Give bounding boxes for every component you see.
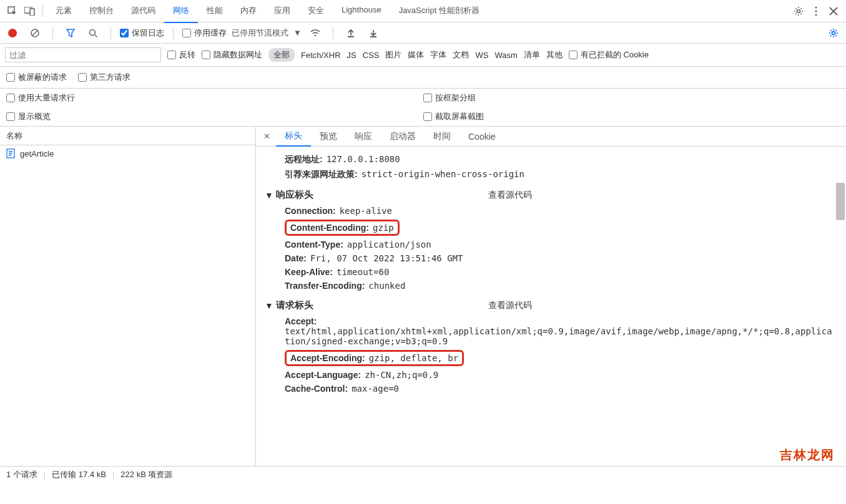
group-by-frame-checkbox[interactable]: 按框架分组 [423, 92, 840, 104]
headers-body[interactable]: 远程地址:127.0.0.1:8080 引荐来源网址政策:strict-orig… [256, 147, 846, 466]
download-icon[interactable] [365, 24, 382, 42]
throttle-select[interactable]: 已停用节流模式 [232, 27, 288, 39]
tab-application[interactable]: 应用 [265, 0, 299, 23]
status-transferred: 已传输 17.4 kB [52, 469, 106, 480]
wifi-icon[interactable] [307, 24, 324, 42]
large-rows-checkbox[interactable]: 使用大量请求行 [6, 92, 423, 104]
filter-icon[interactable] [62, 24, 79, 42]
tab-elements[interactable]: 元素 [47, 0, 81, 23]
network-main: 名称 getArticle ✕ 标头 预览 响应 启动器 时间 Cookie 远… [0, 127, 846, 466]
filter-js[interactable]: JS [347, 51, 357, 60]
request-headers-section[interactable]: ▼请求标头查看源代码 [265, 299, 846, 311]
blocked-requests-checkbox[interactable]: 被屏蔽的请求 [6, 72, 67, 83]
clear-icon[interactable] [26, 24, 44, 42]
separator [173, 27, 174, 39]
filter-doc[interactable]: 文档 [453, 49, 469, 61]
invert-checkbox[interactable]: 反转 [167, 49, 195, 61]
gear-icon[interactable] [790, 2, 807, 20]
filter-manifest[interactable]: 清单 [524, 49, 540, 61]
header-key: Keep-Alive: [285, 267, 333, 277]
third-party-checkbox[interactable]: 第三方请求 [78, 72, 130, 83]
header-key: Accept-Language: [285, 370, 361, 380]
blocked-cookies-checkbox[interactable]: 有已拦截的 Cookie [569, 49, 649, 61]
tab-console[interactable]: 控制台 [81, 0, 122, 23]
tab-performance[interactable]: 性能 [198, 0, 232, 23]
screenshot-checkbox[interactable]: 截取屏幕截图 [423, 111, 840, 122]
scrollbar[interactable] [836, 183, 845, 220]
status-requests: 1 个请求 [6, 469, 37, 480]
filter-img[interactable]: 图片 [385, 49, 401, 61]
svg-point-3 [797, 9, 800, 12]
header-value: chunked [368, 281, 405, 291]
header-value: text/html,application/xhtml+xml,applicat… [285, 326, 834, 346]
referrer-policy-value: strict-origin-when-cross-origin [362, 169, 524, 180]
tab-timing[interactable]: 时间 [425, 127, 460, 146]
separator [111, 27, 111, 39]
separator [333, 27, 333, 39]
tab-cookies[interactable]: Cookie [460, 128, 504, 145]
highlight-box: Accept-Encoding:gzip, deflate, br [285, 350, 464, 366]
filter-media[interactable]: 媒体 [408, 49, 424, 61]
disable-cache-checkbox[interactable]: 停用缓存 [182, 27, 227, 39]
tab-security[interactable]: 安全 [299, 0, 333, 23]
filter-bar: 反转 隐藏数据网址 全部 Fetch/XHR JS CSS 图片 媒体 字体 文… [0, 44, 846, 67]
panel-tabs: 元素 控制台 源代码 网络 性能 内存 应用 安全 Lighthouse Jav… [47, 0, 488, 23]
hide-data-urls-checkbox[interactable]: 隐藏数据网址 [202, 49, 262, 61]
view-source-link[interactable]: 查看源代码 [488, 190, 532, 201]
triangle-down-icon: ▼ [265, 301, 273, 311]
device-toggle-icon[interactable] [21, 2, 39, 20]
header-key: Connection: [285, 206, 336, 216]
watermark: 吉林龙网 [780, 447, 835, 463]
filter-ws[interactable]: WS [475, 51, 488, 60]
filter-all[interactable]: 全部 [268, 48, 295, 62]
header-value: Fri, 07 Oct 2022 13:51:46 GMT [310, 253, 463, 263]
tab-memory[interactable]: 内存 [232, 0, 265, 23]
record-button[interactable] [4, 24, 21, 42]
upload-icon[interactable] [342, 24, 360, 42]
tab-headers[interactable]: 标头 [276, 127, 311, 147]
view-source-link[interactable]: 查看源代码 [488, 300, 532, 311]
close-icon[interactable] [825, 2, 842, 20]
tab-network[interactable]: 网络 [164, 0, 198, 23]
search-icon[interactable] [84, 24, 102, 42]
show-overview-checkbox[interactable]: 显示概览 [6, 111, 423, 122]
header-value: timeout=60 [337, 267, 389, 277]
svg-point-4 [815, 6, 817, 8]
triangle-down-icon: ▼ [265, 190, 273, 200]
status-resources: 222 kB 项资源 [121, 469, 172, 480]
detail-tabs: ✕ 标头 预览 响应 启动器 时间 Cookie [256, 127, 846, 147]
view-options: 使用大量请求行 显示概览 按框架分组 截取屏幕截图 [0, 89, 846, 127]
preserve-log-checkbox[interactable]: 保留日志 [120, 27, 164, 39]
filter-input[interactable] [5, 47, 161, 62]
filter-fetch-xhr[interactable]: Fetch/XHR [301, 51, 341, 60]
header-value: keep-alive [340, 206, 392, 216]
status-bar: 1 个请求 | 已传输 17.4 kB | 222 kB 项资源 [0, 466, 846, 482]
document-icon [6, 148, 15, 158]
filter-css[interactable]: CSS [363, 51, 380, 60]
tab-js-profiler[interactable]: JavaScript 性能剖析器 [390, 0, 488, 23]
close-detail-icon[interactable]: ✕ [260, 130, 273, 143]
request-list-header: 名称 [0, 127, 255, 145]
separator [42, 5, 43, 17]
filter-wasm[interactable]: Wasm [494, 51, 517, 60]
kebab-icon[interactable] [807, 2, 825, 20]
referrer-policy-label: 引荐来源网址政策: [285, 169, 358, 180]
request-row[interactable]: getArticle [0, 145, 255, 162]
tab-initiator[interactable]: 启动器 [381, 127, 425, 146]
chevron-down-icon[interactable]: ▼ [293, 28, 302, 37]
highlight-box: Content-Encoding:gzip [285, 220, 400, 236]
filter-other[interactable]: 其他 [546, 49, 563, 61]
tab-response[interactable]: 响应 [346, 127, 381, 146]
svg-point-10 [832, 31, 835, 34]
svg-point-5 [815, 10, 817, 12]
tab-preview[interactable]: 预览 [311, 127, 346, 146]
filter-bar-2: 被屏蔽的请求 第三方请求 [0, 67, 846, 89]
tab-sources[interactable]: 源代码 [122, 0, 164, 23]
header-value: max-age=0 [352, 384, 399, 394]
request-name: getArticle [20, 149, 54, 158]
settings-gear-blue-icon[interactable] [825, 24, 842, 42]
inspect-icon[interactable] [4, 2, 21, 20]
response-headers-section[interactable]: ▼响应标头查看源代码 [265, 189, 846, 201]
tab-lighthouse[interactable]: Lighthouse [333, 0, 390, 23]
filter-font[interactable]: 字体 [430, 49, 446, 61]
